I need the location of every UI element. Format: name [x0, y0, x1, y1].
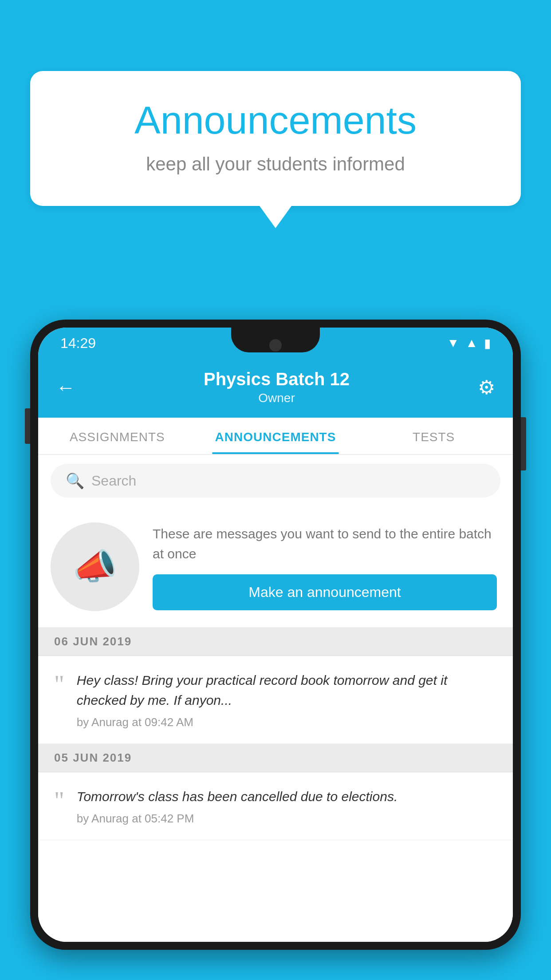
- announcement-text-2: Tomorrow's class has been cancelled due …: [77, 786, 497, 806]
- speech-bubble-arrow: [260, 206, 291, 228]
- announcement-content-2: Tomorrow's class has been cancelled due …: [77, 786, 497, 826]
- bubble-title: Announcements: [66, 98, 485, 143]
- wifi-icon: ▼: [447, 336, 460, 350]
- phone-outer: 14:29 ▼ ▲ ▮ ← Physics Batch 12 Owner ⚙: [30, 320, 521, 950]
- phone-side-button-left: [25, 408, 30, 444]
- settings-icon[interactable]: ⚙: [478, 376, 495, 399]
- search-container: 🔍 Search: [38, 455, 513, 506]
- quote-icon-2: ": [54, 788, 64, 813]
- announcement-content-1: Hey class! Bring your practical record b…: [77, 670, 497, 729]
- tab-assignments[interactable]: ASSIGNMENTS: [38, 418, 197, 454]
- tabs-bar: ASSIGNMENTS ANNOUNCEMENTS TESTS: [38, 418, 513, 455]
- promo-icon-circle: 📣: [51, 522, 139, 611]
- battery-icon: ▮: [484, 336, 491, 351]
- header-title-group: Physics Batch 12 Owner: [204, 369, 350, 405]
- promo-description: These are messages you want to send to t…: [153, 524, 497, 564]
- quote-icon-1: ": [54, 672, 64, 697]
- status-time: 14:29: [60, 335, 96, 352]
- search-placeholder: Search: [91, 473, 136, 489]
- tab-announcements[interactable]: ANNOUNCEMENTS: [197, 418, 355, 454]
- status-icons: ▼ ▲ ▮: [447, 336, 491, 351]
- phone-camera: [269, 339, 282, 352]
- promo-content: These are messages you want to send to t…: [153, 524, 497, 610]
- search-bar[interactable]: 🔍 Search: [51, 464, 500, 498]
- announcement-meta-1: by Anurag at 09:42 AM: [77, 715, 497, 729]
- announcement-text-1: Hey class! Bring your practical record b…: [77, 670, 497, 710]
- date-separator-1: 06 JUN 2019: [38, 628, 513, 656]
- signal-icon: ▲: [465, 336, 478, 350]
- search-icon: 🔍: [66, 472, 84, 490]
- phone-notch: [231, 328, 320, 352]
- app-header: ← Physics Batch 12 Owner ⚙: [38, 359, 513, 418]
- tab-tests[interactable]: TESTS: [354, 418, 513, 454]
- announcement-item-2: " Tomorrow's class has been cancelled du…: [38, 772, 513, 840]
- phone-screen: 14:29 ▼ ▲ ▮ ← Physics Batch 12 Owner ⚙: [38, 328, 513, 942]
- phone-mockup: 14:29 ▼ ▲ ▮ ← Physics Batch 12 Owner ⚙: [30, 320, 521, 980]
- batch-title: Physics Batch 12: [204, 369, 350, 389]
- date-separator-2: 05 JUN 2019: [38, 744, 513, 772]
- speech-bubble-section: Announcements keep all your students inf…: [30, 71, 521, 228]
- phone-side-button-right: [521, 417, 526, 470]
- bubble-subtitle: keep all your students informed: [66, 154, 485, 175]
- megaphone-icon: 📣: [73, 546, 117, 588]
- speech-bubble: Announcements keep all your students inf…: [30, 71, 521, 206]
- batch-subtitle: Owner: [204, 391, 350, 405]
- announcement-item-1: " Hey class! Bring your practical record…: [38, 656, 513, 744]
- promo-section: 📣 These are messages you want to send to…: [38, 506, 513, 628]
- announcement-meta-2: by Anurag at 05:42 PM: [77, 812, 497, 826]
- content-area: 🔍 Search 📣 These are messages you want t…: [38, 455, 513, 942]
- make-announcement-button[interactable]: Make an announcement: [153, 574, 497, 610]
- back-button[interactable]: ←: [56, 376, 75, 399]
